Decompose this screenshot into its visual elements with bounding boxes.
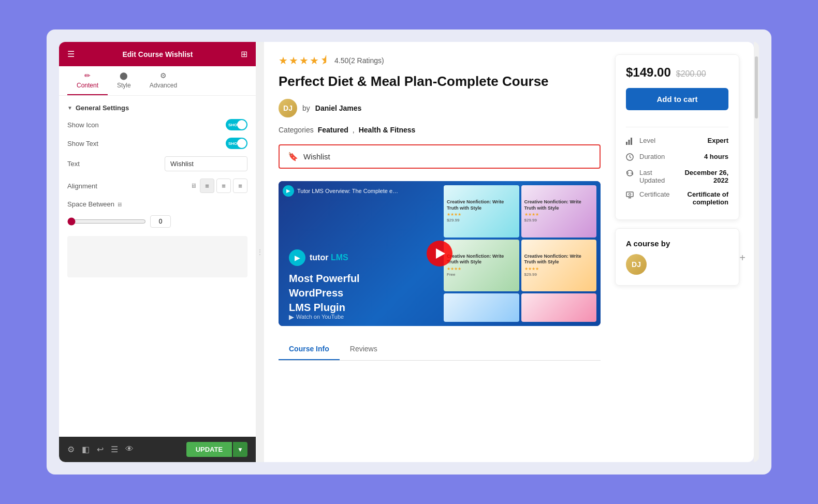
settings-icon[interactable]: ⚙ xyxy=(67,444,75,454)
gear-icon: ⚙ xyxy=(160,71,167,80)
duration-label: Duration xyxy=(639,153,699,160)
certificate-label: Certificate xyxy=(639,190,670,198)
toggle-on-label2: SHOW xyxy=(228,141,241,146)
toggle-on-label: SHOW xyxy=(228,123,241,127)
thumb-3: Creative Nonfiction: Write Truth with St… xyxy=(444,240,519,292)
panel-tabs: ✏ Content ⬤ Style ⚙ Advanced xyxy=(59,66,256,96)
tab-advanced[interactable]: ⚙ Advanced xyxy=(140,66,186,95)
grid-icon[interactable]: ⊞ xyxy=(241,49,247,59)
space-between-label: Space Between 🖥 xyxy=(67,200,122,208)
wishlist-box[interactable]: 🔖 Wishlist xyxy=(279,144,601,169)
show-icon-toggle[interactable]: SHOW xyxy=(226,119,247,130)
categories-label: Categories xyxy=(279,126,314,134)
update-dropdown-button[interactable]: ▼ xyxy=(233,442,247,457)
video-headline-1: Most Powerful xyxy=(289,272,429,285)
video-background: ▶ Tutor LMS Overview: The Complete eLear… xyxy=(279,181,601,326)
left-panel: ☰ Edit Course Wishlist ⊞ ✏ Content ⬤ Sty… xyxy=(59,42,256,462)
update-button[interactable]: UPDATE xyxy=(186,442,232,457)
rating-text: 4.50(2 Ratings) xyxy=(334,56,384,65)
layers-icon[interactable]: ◧ xyxy=(82,444,90,454)
content-area: ★ ★ ★ ★ ⯨ 4.50(2 Ratings) Perfect Diet &… xyxy=(264,42,754,462)
pencil-icon: ✏ xyxy=(84,71,91,80)
space-range-input[interactable] xyxy=(67,217,146,226)
scrollbar[interactable] xyxy=(754,42,759,462)
preview-icon[interactable]: 👁 xyxy=(125,444,134,454)
meta-last-updated: Last Updated December 26, 2022 xyxy=(626,166,728,187)
space-value-input[interactable] xyxy=(150,215,171,228)
author-by: by xyxy=(302,104,310,112)
sidebar-column: $149.00 $200.00 Add to cart xyxy=(615,54,739,450)
video-headline-2: WordPress xyxy=(289,287,429,299)
video-title-text: Tutor LMS Overview: The Complete eLearni… xyxy=(297,188,401,194)
hamburger-icon[interactable]: ☰ xyxy=(67,49,75,59)
price-divider xyxy=(626,127,728,127)
bookmark-icon: 🔖 xyxy=(288,152,298,161)
thumb-6 xyxy=(521,293,597,322)
star-1: ★ xyxy=(279,54,288,67)
star-2: ★ xyxy=(289,54,298,67)
author-name[interactable]: Daniel James xyxy=(315,104,362,112)
svg-rect-2 xyxy=(631,138,632,145)
resize-handle[interactable]: ⋮ xyxy=(256,42,264,462)
plus-icon[interactable]: + xyxy=(739,252,746,264)
tab-style[interactable]: ⬤ Style xyxy=(108,66,140,95)
svg-rect-1 xyxy=(629,140,630,145)
add-to-cart-button[interactable]: Add to cart xyxy=(626,88,728,110)
scrollbar-thumb[interactable] xyxy=(755,56,758,118)
video-brand: ▶ tutor LMS xyxy=(289,249,429,266)
play-button[interactable] xyxy=(427,241,452,266)
course-by-title: A course by xyxy=(626,239,728,248)
tutor-logo: ▶ xyxy=(289,249,305,266)
category-health[interactable]: Health & Fitness xyxy=(359,126,416,134)
panel-body: ▼ General Settings Show Icon SHOW Show T… xyxy=(59,96,256,437)
level-label: Level xyxy=(639,137,703,144)
categories-row: Categories Featured, Health & Fitness xyxy=(279,126,601,134)
level-value: Expert xyxy=(708,137,728,144)
wishlist-text: Wishlist xyxy=(303,152,330,161)
tab-content[interactable]: ✏ Content xyxy=(67,66,108,95)
video-left-content: ▶ tutor LMS Most Powerful WordPress LMS … xyxy=(279,181,440,326)
bottom-bar: ⚙ ◧ ↩ ☰ 👁 UPDATE ▼ xyxy=(59,437,256,462)
panel-header: ☰ Edit Course Wishlist ⊞ xyxy=(59,42,256,66)
thumb-4: Creative Nonfiction: Write Truth with St… xyxy=(521,240,597,292)
history-icon[interactable]: ↩ xyxy=(97,444,104,454)
video-logo-small: ▶ xyxy=(283,185,294,197)
video-thumbnails: Creative Nonfiction: Write Truth with St… xyxy=(440,181,601,326)
align-left-btn[interactable]: ≡ xyxy=(200,179,214,193)
meta-certificate: Certificate Certificate of completion xyxy=(626,187,728,209)
align-buttons: ≡ ≡ ≡ xyxy=(200,179,247,193)
general-settings-label: General Settings xyxy=(76,104,129,112)
category-featured[interactable]: Featured xyxy=(318,126,348,134)
space-between-row: Space Between 🖥 xyxy=(67,200,247,208)
star-4: ★ xyxy=(310,54,319,67)
align-center-btn[interactable]: ≡ xyxy=(216,179,231,193)
star-3: ★ xyxy=(299,54,309,67)
show-text-row: Show Text SHOW xyxy=(67,138,247,149)
alignment-row: Alignment 🖥 ≡ ≡ ≡ xyxy=(67,179,247,193)
tab-reviews[interactable]: Reviews xyxy=(340,338,388,360)
play-triangle xyxy=(436,248,445,259)
alignment-device-icon: 🖥 xyxy=(191,182,197,189)
responsive-icon[interactable]: ☰ xyxy=(111,444,118,454)
video-container: ▶ Tutor LMS Overview: The Complete eLear… xyxy=(279,181,601,326)
youtube-logo: ▶ xyxy=(289,313,294,321)
course-tabs: Course Info Reviews xyxy=(279,338,601,361)
text-field-row: Text xyxy=(67,156,247,171)
price-row: $149.00 $200.00 xyxy=(626,65,728,80)
video-top-left: ▶ Tutor LMS Overview: The Complete eLear… xyxy=(283,185,401,197)
text-field-input[interactable] xyxy=(165,156,247,171)
thumb-1: Creative Nonfiction: Write Truth with St… xyxy=(444,185,519,238)
align-right-btn[interactable]: ≡ xyxy=(233,179,247,193)
general-settings-header[interactable]: ▼ General Settings xyxy=(67,104,247,112)
collapse-arrow: ▼ xyxy=(67,105,72,111)
rating-row: ★ ★ ★ ★ ⯨ 4.50(2 Ratings) xyxy=(279,54,601,67)
thumb-2: Creative Nonfiction: Write Truth with St… xyxy=(521,185,597,238)
tab-course-info[interactable]: Course Info xyxy=(279,338,340,360)
show-text-toggle[interactable]: SHOW xyxy=(226,138,247,149)
author-row: DJ by Daniel James xyxy=(279,99,601,117)
duration-value: 4 hours xyxy=(704,153,728,160)
video-headline-3: LMS Plugin xyxy=(289,301,429,314)
show-icon-label: Show Icon xyxy=(67,121,99,129)
course-title: Perfect Diet & Meal Plan-Complete Course xyxy=(279,73,601,91)
bottom-icons-group: ⚙ ◧ ↩ ☰ 👁 xyxy=(67,444,134,454)
